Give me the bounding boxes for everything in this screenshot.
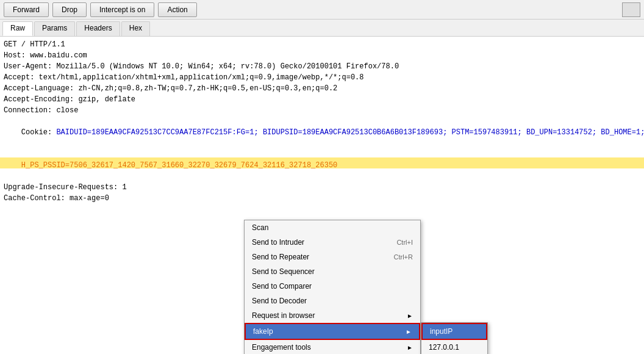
forward-button[interactable]: Forward — [4, 2, 49, 17]
toolbar: Forward Drop Intercept is on Action — [0, 0, 644, 20]
request-line-5: Accept-Language: zh-CN,zh;q=0.8,zh-TW;q=… — [4, 83, 640, 94]
menu-engagement-arrow: ► — [407, 344, 413, 351]
menu-fakeip[interactable]: fakeIp ► — [245, 323, 420, 340]
tab-headers[interactable]: Headers — [76, 21, 120, 36]
request-line-2: Host: www.baidu.com — [4, 50, 640, 61]
menu-send-sequencer[interactable]: Send to Sequencer — [245, 264, 420, 279]
menu-request-browser[interactable]: Request in browser ► — [245, 308, 420, 323]
tabs-bar: Raw Params Headers Hex — [0, 20, 644, 37]
menu-send-decoder[interactable]: Send to Decoder — [245, 294, 420, 308]
request-cookie-line: Cookie: BAIDUID=189EAA9CFA92513C7CC9AA7E… — [4, 116, 640, 149]
request-line-7: Connection: close — [4, 105, 640, 116]
request-line-6: Accept-Encoding: gzip, deflate — [4, 94, 640, 105]
request-line-9: Upgrade-Insecure-Requests: 1 — [4, 182, 640, 193]
menu-send-sequencer-label: Send to Sequencer — [252, 267, 315, 276]
tab-params[interactable]: Params — [34, 21, 75, 36]
submenu-inputip[interactable]: inputIP — [421, 323, 487, 340]
intercept-button[interactable]: Intercept is on — [90, 2, 154, 17]
tab-hex[interactable]: Hex — [121, 21, 150, 36]
request-line-3: User-Agent: Mozilla/5.0 (Windows NT 10.0… — [4, 61, 640, 72]
menu-request-browser-label: Request in browser — [252, 311, 315, 320]
submenu-inputip-label: inputIP — [430, 327, 453, 336]
menu-send-comparer-label: Send to Comparer — [252, 282, 312, 291]
menu-request-browser-arrow: ► — [407, 312, 413, 319]
cookie-blue: BAIDUID=189EAA9CFA92513C7CC9AA7E87FC215F… — [56, 128, 644, 137]
menu-send-intruder[interactable]: Send to Intruder Ctrl+I — [245, 235, 420, 250]
drop-button[interactable]: Drop — [52, 2, 87, 17]
cookie-red: H_PS_PSSID=7506_32617_1420_7567_31660_32… — [21, 161, 337, 170]
context-menu: Scan Send to Intruder Ctrl+I Send to Rep… — [244, 220, 421, 354]
corner-box — [622, 2, 640, 17]
request-line-4: Accept: text/html,application/xhtml+xml,… — [4, 72, 640, 83]
submenu-127[interactable]: 127.0.0.1 — [421, 340, 487, 354]
menu-fakeip-label: fakeIp — [253, 327, 273, 336]
tab-raw[interactable]: Raw — [2, 21, 33, 36]
submenu-fakeip: inputIP 127.0.0.1 randomIP — [421, 322, 488, 354]
menu-send-decoder-label: Send to Decoder — [252, 297, 307, 305]
menu-send-intruder-shortcut: Ctrl+I — [396, 239, 413, 246]
menu-scan[interactable]: Scan — [245, 220, 420, 235]
submenu-127-label: 127.0.0.1 — [429, 343, 459, 352]
menu-send-intruder-label: Send to Intruder — [252, 238, 304, 247]
menu-send-repeater-shortcut: Ctrl+R — [394, 253, 413, 261]
request-area: GET / HTTP/1.1 Host: www.baidu.com User-… — [0, 37, 644, 354]
menu-scan-label: Scan — [252, 223, 268, 232]
menu-engagement-label: Engagement tools — [252, 343, 311, 352]
request-line-10: Cache-Control: max-age=0 — [4, 193, 640, 204]
menu-fakeip-arrow: ► — [406, 328, 412, 335]
menu-send-comparer[interactable]: Send to Comparer — [245, 279, 420, 294]
request-line-1: GET / HTTP/1.1 — [4, 39, 640, 50]
request-cookie-red: H_PS_PSSID=7506_32617_1420_7567_31660_32… — [4, 149, 640, 182]
menu-send-repeater[interactable]: Send to Repeater Ctrl+R — [245, 250, 420, 264]
cookie-prefix: Cookie: — [21, 128, 57, 137]
menu-send-repeater-label: Send to Repeater — [252, 253, 309, 261]
action-button[interactable]: Action — [158, 2, 196, 17]
menu-engagement[interactable]: Engagement tools ► — [245, 340, 420, 354]
